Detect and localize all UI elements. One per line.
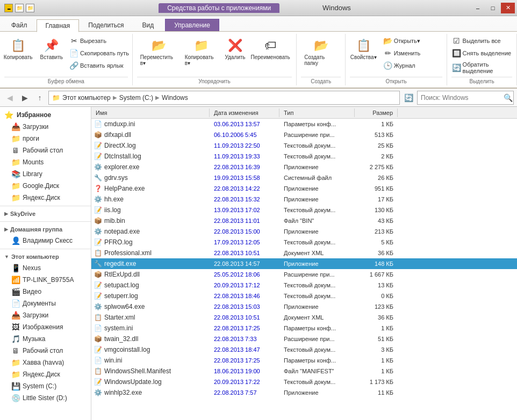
copy-to-button[interactable]: 📁 Копировать в▾ — [182, 35, 221, 68]
window-btn-white[interactable]: 📁 — [15, 4, 24, 12]
sidebar-item-yandex2[interactable]: 📁 Яндекс.Диск — [0, 368, 91, 380]
new-folder-icon: 📂 — [312, 37, 329, 54]
file-name-cell: 📝 DtcInstall.log — [91, 152, 210, 161]
paste-button[interactable]: 📌 Вставить — [37, 35, 66, 62]
tab-manage[interactable]: Управление — [165, 19, 219, 31]
table-row[interactable]: ⚙️ notepad.exe 22.08.2013 15:00 Приложен… — [91, 226, 517, 237]
tab-home[interactable]: Главная — [37, 19, 80, 32]
file-type-cell: Приложение — [279, 185, 355, 192]
close-button[interactable]: ✕ — [501, 3, 515, 13]
table-row[interactable]: 📋 Professional.xml 22.08.2013 10:51 Доку… — [91, 248, 517, 258]
table-row[interactable]: 📦 RtlExUpd.dll 25.05.2012 18:06 Расширен… — [91, 269, 517, 280]
sidebar-item-downloads2[interactable]: 📥 Загрузки — [0, 309, 91, 321]
edit-button[interactable]: ✏ Изменить — [381, 47, 446, 59]
table-row[interactable]: 📝 PFRO.log 17.09.2013 12:05 Текстовый до… — [91, 237, 517, 248]
sidebar-item-video[interactable]: 🎬 Видео — [0, 286, 91, 298]
table-row[interactable]: 📝 setuperr.log 22.08.2013 18:46 Текстовы… — [91, 291, 517, 301]
copy-button[interactable]: 📋 Копировать — [1, 35, 36, 62]
delete-button[interactable]: ❌ Удалить — [222, 35, 248, 62]
paste-shortcut-button[interactable]: 🔗 Вставить ярлык — [67, 60, 132, 71]
col-header-date[interactable]: Дата изменения — [210, 108, 279, 117]
table-row[interactable]: 📦 mib.bin 22.08.2013 11:01 Файл "BIN" 43… — [91, 215, 517, 226]
sidebar-item-documents[interactable]: 📄 Документы — [0, 298, 91, 309]
col-header-type[interactable]: Тип — [279, 108, 355, 117]
table-row[interactable]: 📝 DirectX.log 11.09.2013 22:50 Текстовый… — [91, 140, 517, 151]
table-row[interactable]: 📋 Starter.xml 22.08.2013 10:51 Документ … — [91, 312, 517, 323]
table-row[interactable]: ⚙️ hh.exe 22.08.2013 15:32 Приложение 17… — [91, 194, 517, 205]
sidebar-item-desktop2[interactable]: 🖥 Рабочий стол — [0, 345, 91, 357]
computer-header[interactable]: ▼ Этот компьютер — [0, 251, 91, 262]
select-all-button[interactable]: ☑ Выделить все — [450, 35, 514, 47]
table-row[interactable]: 📝 setupact.log 20.09.2013 17:12 Текстовы… — [91, 280, 517, 291]
up-button[interactable]: ↑ — [33, 91, 46, 104]
sidebar-item-library[interactable]: 📚 Library — [0, 168, 91, 180]
search-input[interactable] — [421, 94, 501, 102]
table-row[interactable]: 🔧 regedit.exe 22.08.2013 14:57 Приложени… — [91, 258, 517, 269]
table-row[interactable]: ⚙️ splwow64.exe 22.08.2013 15:03 Приложе… — [91, 301, 517, 312]
table-row[interactable]: 📝 DtcInstall.log 11.09.2013 19:33 Тексто… — [91, 151, 517, 162]
sidebar-item-tplink[interactable]: 📶 TP-LINK_B9755A — [0, 274, 91, 286]
file-size-cell: 1 КБ — [355, 357, 398, 364]
sidebar-item-downloads[interactable]: 📥 Загрузки — [0, 121, 91, 133]
file-size-cell: 213 КБ — [355, 228, 398, 235]
file-type-cell: Документ XML — [279, 314, 355, 321]
table-row[interactable]: 📝 iis.log 13.09.2013 17:02 Текстовый док… — [91, 205, 517, 215]
sidebar-item-littlesister[interactable]: 💿 Little Sister (D:) — [0, 392, 91, 404]
table-row[interactable]: 📦 twain_32.dll 22.08.2013 7:33 Расширени… — [91, 334, 517, 344]
table-row[interactable]: ⚙️ explorer.exe 22.08.2013 16:39 Приложе… — [91, 162, 517, 172]
sidebar-item-music[interactable]: 🎵 Музыка — [0, 333, 91, 345]
sidebar-item-images[interactable]: 🖼 Изображения — [0, 321, 91, 333]
maximize-button[interactable]: □ — [486, 3, 500, 13]
table-row[interactable]: 📝 vmgcoinstall.log 22.08.2013 18:47 Текс… — [91, 344, 517, 355]
table-row[interactable]: 📄 cmduxp.ini 03.06.2013 13:57 Параметры … — [91, 119, 517, 129]
sidebar-item-progi[interactable]: 📁 проги — [0, 133, 91, 144]
sidebar-item-desktop[interactable]: 🖥 Рабочий стол — [0, 144, 91, 156]
file-name-cell: 📄 system.ini — [91, 324, 210, 332]
sidebar-item-sysdrive[interactable]: 💾 System (C:) — [0, 380, 91, 392]
cut-button[interactable]: ✂ Вырезать — [67, 35, 132, 47]
window-btn-yellow[interactable]: 🗕 — [4, 4, 13, 12]
sidebar-item-havva[interactable]: 📁 Хавва (havva) — [0, 357, 91, 368]
homegroup-header[interactable]: ▶ Домашняя группа — [0, 224, 91, 235]
table-row[interactable]: 📦 difxapi.dll 06.10.2006 5:45 Расширение… — [91, 129, 517, 140]
tab-share[interactable]: Поделиться — [79, 19, 133, 31]
copy-path-button[interactable]: 📄 Скопировать путь — [67, 47, 132, 59]
col-header-name[interactable]: Имя — [91, 108, 210, 117]
file-size-cell: 26 КБ — [355, 175, 398, 181]
table-row[interactable]: 📋 WindowsShell.Manifest 18.06.2013 19:00… — [91, 366, 517, 376]
breadcrumb[interactable]: 📁 Этот компьютер ▶ System (C:) ▶ Windows — [48, 91, 400, 105]
refresh-button[interactable]: 🔄 — [402, 91, 415, 104]
sidebar-item-google-disk[interactable]: 📁 Google.Диск — [0, 180, 91, 192]
sidebar-item-user[interactable]: 👤 Владимир Скесс — [0, 235, 91, 247]
favorites-header[interactable]: ⭐ Избранное — [0, 109, 91, 121]
deselect-button[interactable]: 🔲 Снять выделение — [450, 47, 514, 59]
open-button[interactable]: 📂 Открыть▾ — [381, 35, 446, 47]
file-list: 📄 cmduxp.ini 03.06.2013 13:57 Параметры … — [91, 119, 517, 420]
tab-view[interactable]: Вид — [133, 19, 163, 31]
invert-button[interactable]: 🔄 Обратить выделение — [450, 60, 514, 76]
sidebar-item-yandex-disk[interactable]: 📁 Яндекс.Диск — [0, 192, 91, 204]
move-button[interactable]: 📂 Переместить в▾ — [137, 35, 181, 68]
skydrive-header[interactable]: ▶ SkyDrive — [0, 208, 91, 219]
forward-button[interactable]: ▶ — [18, 91, 31, 104]
tab-file[interactable]: Файл — [2, 19, 37, 31]
search-box[interactable]: 🔍 — [417, 91, 514, 105]
history-button[interactable]: 🕒 Журнал — [381, 60, 446, 71]
sidebar-item-label: Яндекс.Диск — [23, 371, 60, 378]
col-header-size[interactable]: Размер — [355, 108, 398, 117]
new-folder-button[interactable]: 📂 Создать папку — [301, 35, 341, 68]
table-row[interactable]: ⚙️ winhlp32.exe 22.08.2013 7:57 Приложен… — [91, 387, 517, 398]
table-row[interactable]: 📄 system.ini 22.08.2013 17:25 Параметры … — [91, 323, 517, 334]
sidebar-item-nexus[interactable]: 📱 Nexus — [0, 262, 91, 274]
window-btn-white2[interactable]: 📁 — [26, 4, 34, 12]
table-row[interactable]: 📝 WindowsUpdate.log 20.09.2013 17:22 Тек… — [91, 376, 517, 387]
table-row[interactable]: 🔧 gdrv.sys 19.09.2013 15:58 Системный фа… — [91, 172, 517, 183]
back-button[interactable]: ◀ — [3, 91, 16, 104]
rename-button[interactable]: 🏷 Переименовать — [249, 35, 292, 62]
properties-button[interactable]: 📋 Свойства▾ — [347, 35, 380, 62]
select-col: ☑ Выделить все 🔲 Снять выделение 🔄 Обрат… — [450, 35, 514, 76]
minimize-button[interactable]: – — [471, 3, 485, 13]
sidebar-item-mounts[interactable]: 📁 Mounts — [0, 156, 91, 168]
table-row[interactable]: ❓ HelpPane.exe 22.08.2013 14:22 Приложен… — [91, 183, 517, 194]
table-row[interactable]: 📄 win.ini 22.08.2013 17:25 Параметры кон… — [91, 355, 517, 366]
